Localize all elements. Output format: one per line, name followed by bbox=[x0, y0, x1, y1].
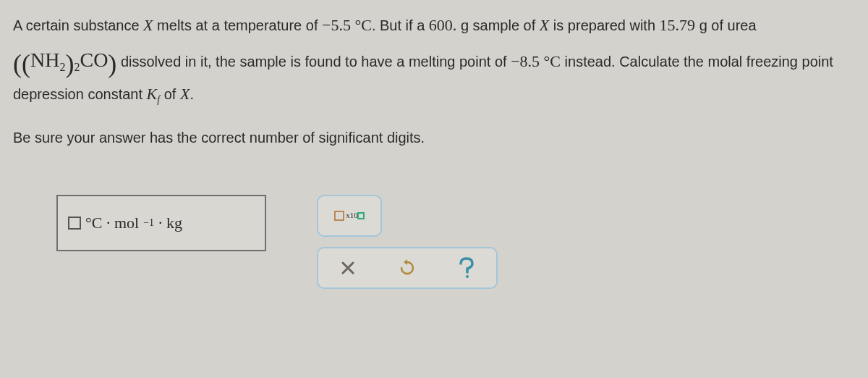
help-button[interactable] bbox=[455, 256, 478, 280]
text: of bbox=[160, 86, 180, 102]
mass-sample: 600. bbox=[429, 16, 457, 34]
urea-formula: ((NH2)2CO) bbox=[13, 49, 116, 71]
sci-notation-icon: x10 bbox=[334, 208, 365, 223]
question-text: A certain substance X melts at a tempera… bbox=[13, 10, 855, 109]
paren-open: ( bbox=[13, 49, 22, 78]
answer-blank-icon bbox=[68, 217, 81, 230]
variable-x: X bbox=[180, 85, 190, 103]
kf-symbol-k: K bbox=[147, 85, 158, 103]
answer-area: °C · mol−1 · kg x10 bbox=[13, 195, 855, 289]
variable-x: X bbox=[143, 16, 153, 34]
text: . bbox=[190, 86, 194, 102]
scientific-notation-button[interactable]: x10 bbox=[317, 195, 382, 237]
temp-final: −8.5 °C bbox=[511, 52, 561, 70]
clear-button[interactable] bbox=[336, 256, 359, 280]
text: dissolved in it, the sample is found to … bbox=[121, 54, 511, 70]
unit-kg: · kg bbox=[158, 208, 182, 238]
paren-close-inner: ) bbox=[65, 49, 74, 78]
paren-open-inner: ( bbox=[22, 49, 30, 78]
question-icon bbox=[457, 257, 476, 279]
text: . But if a bbox=[372, 17, 429, 33]
formula-nh: NH bbox=[30, 49, 59, 71]
text: is prepared with bbox=[549, 17, 659, 33]
text: g sample of bbox=[456, 17, 540, 33]
variable-x: X bbox=[540, 16, 549, 34]
text: g of urea bbox=[695, 17, 757, 33]
mass-urea: 15.79 bbox=[660, 16, 696, 34]
instruction-text: Be sure your answer has the correct numb… bbox=[13, 124, 855, 151]
text: melts at a temperature of bbox=[153, 17, 322, 33]
formula-co: CO bbox=[80, 49, 108, 71]
reset-button[interactable] bbox=[396, 256, 419, 280]
action-toolbar bbox=[317, 247, 498, 289]
svg-point-0 bbox=[466, 275, 469, 278]
text: A certain substance bbox=[13, 17, 143, 33]
tool-panel: x10 bbox=[317, 195, 498, 289]
temp-initial: −5.5 °C bbox=[322, 16, 372, 34]
paren-close: ) bbox=[108, 49, 116, 78]
answer-input-box[interactable]: °C · mol−1 · kg bbox=[56, 195, 266, 251]
undo-icon bbox=[399, 259, 416, 277]
unit-degc-mol: °C · mol bbox=[85, 208, 139, 238]
x-icon bbox=[340, 260, 356, 276]
